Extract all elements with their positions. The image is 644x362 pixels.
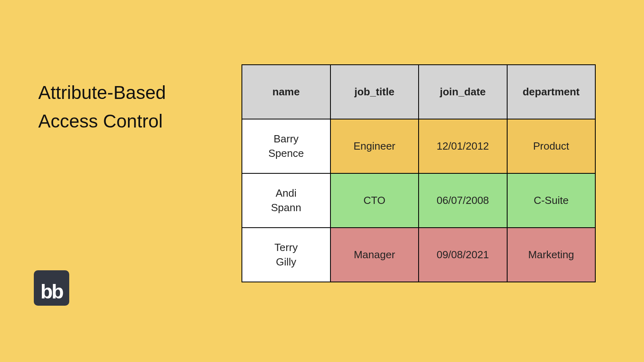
cell-join-date: 09/08/2021 <box>419 228 507 282</box>
col-header-department: department <box>507 65 596 119</box>
name-line-1: Andi <box>276 187 297 199</box>
cell-name: Terry Gilly <box>242 228 330 282</box>
title-line-1: Attribute-Based <box>38 82 166 103</box>
table-header-row: name job_title join_date department <box>242 65 595 119</box>
table-row: Barry Spence Engineer 12/01/2012 Product <box>242 119 595 173</box>
name-line-2: Gilly <box>276 256 296 268</box>
attributes-table-container: name job_title join_date department Barr… <box>242 64 596 282</box>
attributes-table: name job_title join_date department Barr… <box>242 64 596 282</box>
cell-department: Product <box>507 119 596 173</box>
name-line-1: Barry <box>274 133 299 145</box>
slide: Attribute-Based Access Control bb name j… <box>0 0 644 362</box>
name-line-2: Spann <box>271 202 301 214</box>
cell-department: C-Suite <box>507 173 596 228</box>
col-header-name: name <box>242 65 330 119</box>
cell-name: Barry Spence <box>242 119 330 173</box>
cell-job-title: Manager <box>330 228 419 282</box>
brand-logo: bb <box>34 270 69 306</box>
table-row: Terry Gilly Manager 09/08/2021 Marketing <box>242 228 595 282</box>
name-line-2: Spence <box>268 147 304 159</box>
title-line-2: Access Control <box>38 111 163 132</box>
brand-logo-text: bb <box>40 282 62 302</box>
name-line-1: Terry <box>275 241 298 253</box>
cell-department: Marketing <box>507 228 596 282</box>
col-header-job-title: job_title <box>330 65 419 119</box>
slide-title: Attribute-Based Access Control <box>38 78 166 136</box>
cell-join-date: 06/07/2008 <box>419 173 507 228</box>
col-header-join-date: join_date <box>419 65 507 119</box>
cell-name: Andi Spann <box>242 173 330 228</box>
cell-job-title: Engineer <box>330 119 419 173</box>
table-row: Andi Spann CTO 06/07/2008 C-Suite <box>242 173 595 228</box>
cell-join-date: 12/01/2012 <box>419 119 507 173</box>
table-body: Barry Spence Engineer 12/01/2012 Product… <box>242 119 595 282</box>
cell-job-title: CTO <box>330 173 419 228</box>
